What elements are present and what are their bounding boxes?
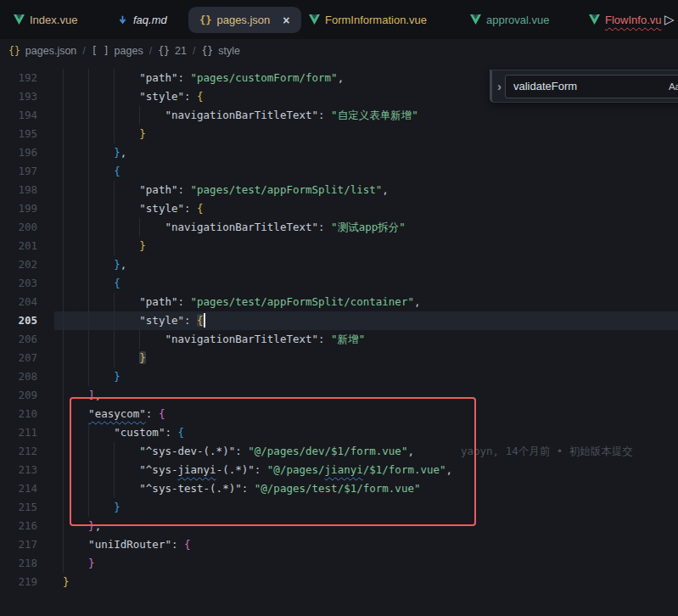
indent-guide xyxy=(63,405,64,423)
line-number[interactable]: 200 xyxy=(0,218,37,237)
line-number[interactable]: 217 xyxy=(0,535,37,554)
line-number[interactable]: 201 xyxy=(0,237,37,255)
git-blame-annotation: yaoyn, 14个月前 • 初始版本提交 xyxy=(461,445,633,457)
code-line-218[interactable]: 218 } xyxy=(0,554,678,573)
code-line-200[interactable]: 200 "navigationBarTitleText": "测试app拆分" xyxy=(0,218,678,237)
indent-guide xyxy=(88,367,89,386)
tab-forminformation-vue[interactable]: FormInformation.vue xyxy=(309,0,427,39)
code-line-197[interactable]: 197 { xyxy=(0,162,678,181)
indent-guide xyxy=(114,218,115,237)
line-number[interactable]: 216 xyxy=(0,517,37,535)
code-line-214[interactable]: 214 "^sys-test-(.*)": "@/pages/test/$1/f… xyxy=(0,479,678,498)
line-number[interactable]: 197 xyxy=(0,162,37,181)
indent-guide xyxy=(63,125,64,143)
indent-guide xyxy=(63,274,64,293)
line-number[interactable]: 195 xyxy=(0,125,37,143)
code-line-202[interactable]: 202 }, xyxy=(0,255,678,274)
code-line-203[interactable]: 203 { xyxy=(0,274,678,293)
line-number[interactable]: 210 xyxy=(0,405,37,423)
indent-guide xyxy=(114,479,115,498)
line-number[interactable]: 192 xyxy=(0,69,37,87)
code-line-216[interactable]: 216 }, xyxy=(0,517,678,535)
line-number[interactable]: 212 xyxy=(0,442,37,461)
line-number[interactable]: 209 xyxy=(0,386,37,405)
code-line-198[interactable]: 198 "path": "pages/test/appFormSplit/lis… xyxy=(0,181,678,199)
line-number[interactable]: 214 xyxy=(0,479,37,498)
breadcrumb-separator: / xyxy=(193,45,195,57)
line-number[interactable]: 196 xyxy=(0,143,37,162)
breadcrumb-item-style[interactable]: {}style xyxy=(201,45,240,57)
line-number[interactable]: 193 xyxy=(0,87,37,106)
line-number[interactable]: 211 xyxy=(0,423,37,442)
line-number[interactable]: 204 xyxy=(0,293,37,311)
breadcrumb-item-pages[interactable]: [ ]pages xyxy=(92,45,143,57)
breadcrumb-item-pages-json[interactable]: {}pages.json xyxy=(8,45,76,57)
find-input-box[interactable]: Aaab.* xyxy=(505,75,678,98)
line-number[interactable]: 199 xyxy=(0,199,37,218)
code-editor[interactable]: 192 "path": "pages/customForm/form",193 … xyxy=(0,63,678,616)
indent-guide xyxy=(88,181,89,199)
breadcrumb-item-21[interactable]: {}21 xyxy=(158,45,187,57)
indent-guide xyxy=(88,237,89,255)
indent-guide xyxy=(88,423,89,442)
indent-guide xyxy=(114,293,115,311)
indent-guide xyxy=(88,218,89,237)
line-number[interactable]: 218 xyxy=(0,554,37,573)
code-line-206[interactable]: 206 "navigationBarTitleText": "新增" xyxy=(0,330,678,349)
close-icon[interactable]: × xyxy=(283,14,289,27)
code-line-194[interactable]: 194 "navigationBarTitleText": "自定义表单新增" xyxy=(0,106,678,125)
code-line-199[interactable]: 199 "style": { xyxy=(0,199,678,218)
line-number[interactable]: 208 xyxy=(0,367,37,386)
indent-guide xyxy=(114,461,115,479)
more-tabs-chevron-icon[interactable]: ▷ xyxy=(664,0,675,39)
match-case-button[interactable]: Aa xyxy=(664,76,678,96)
code-line-211[interactable]: 211 "custom": { xyxy=(0,423,678,442)
line-number[interactable]: 198 xyxy=(0,181,37,199)
tab-pages-json[interactable]: {}pages.json× xyxy=(188,7,301,33)
code-line-204[interactable]: 204 "path": "pages/test/appFormSplit/con… xyxy=(0,293,678,311)
indent-guide xyxy=(63,218,64,237)
find-input[interactable] xyxy=(512,79,664,93)
line-number[interactable]: 215 xyxy=(0,498,37,517)
indent-guide xyxy=(114,311,115,330)
find-expand-chevron-icon[interactable]: › xyxy=(497,79,501,93)
indent-guide xyxy=(88,311,89,330)
indent-guide xyxy=(63,386,64,405)
code-line-212[interactable]: 212 "^sys-dev-(.*)": "@/pages/dev/$1/for… xyxy=(0,442,678,461)
code-line-215[interactable]: 215 } xyxy=(0,498,678,517)
tab-label: FlowInfo.vu xyxy=(605,14,661,26)
indent-guide xyxy=(63,311,64,330)
indent-guide xyxy=(114,125,115,143)
code-line-210[interactable]: 210 "easycom": { xyxy=(0,405,678,423)
code-line-196[interactable]: 196 }, xyxy=(0,143,678,162)
line-number[interactable]: 219 xyxy=(0,573,37,591)
line-number[interactable]: 206 xyxy=(0,330,37,349)
code-line-219[interactable]: 219} xyxy=(0,573,678,591)
symbol-icon: {} xyxy=(8,45,20,57)
line-number[interactable]: 205 xyxy=(0,311,37,330)
line-number[interactable]: 203 xyxy=(0,274,37,293)
code-line-207[interactable]: 207 } xyxy=(0,349,678,367)
code-line-209[interactable]: 209 ], xyxy=(0,386,678,405)
line-number[interactable]: 213 xyxy=(0,461,37,479)
line-number[interactable]: 207 xyxy=(0,349,37,367)
indent-guide xyxy=(63,181,64,199)
indent-guide xyxy=(63,498,64,517)
breadcrumb-separator: / xyxy=(149,45,152,57)
code-line-201[interactable]: 201 } xyxy=(0,237,678,255)
tab-flowinfo-vu[interactable]: FlowInfo.vu xyxy=(589,0,661,39)
indent-guide xyxy=(63,143,64,162)
tab-faq-md[interactable]: faq.md xyxy=(117,0,167,39)
breadcrumb: {}pages.json/[ ]pages/{}21/{}style xyxy=(0,39,678,63)
tab-approval-vue[interactable]: approval.vue xyxy=(470,0,549,39)
indent-guide xyxy=(88,442,89,461)
code-line-205[interactable]: 205 "style": { xyxy=(0,311,678,330)
code-line-213[interactable]: 213 "^sys-jianyi-(.*)": "@/pages/jianyi/… xyxy=(0,461,678,479)
line-number[interactable]: 202 xyxy=(0,255,37,274)
code-line-208[interactable]: 208 } xyxy=(0,367,678,386)
code-line-195[interactable]: 195 } xyxy=(0,125,678,143)
line-number[interactable]: 194 xyxy=(0,106,37,125)
indent-guide xyxy=(63,535,64,554)
tab-index-vue[interactable]: Index.vue xyxy=(14,0,77,39)
code-line-217[interactable]: 217 "uniIdRouter": { xyxy=(0,535,678,554)
